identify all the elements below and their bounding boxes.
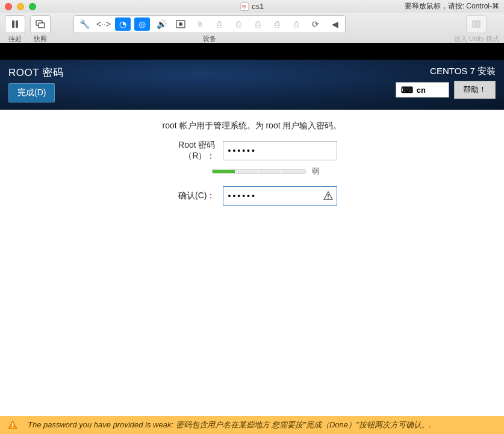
strength-segment: [282, 170, 305, 173]
release-mouse-hint: 要释放鼠标，请按: Control-⌘: [405, 1, 499, 11]
password-strength-bar: [212, 169, 306, 174]
strength-segment: [235, 170, 259, 173]
cd-icon[interactable]: ◎: [134, 17, 150, 31]
warning-icon: [7, 420, 18, 430]
snapshot-button[interactable]: [30, 15, 51, 33]
window-title-text: cs1: [252, 2, 264, 11]
strength-segment: [213, 170, 236, 173]
svg-point-5: [179, 22, 182, 26]
device-icons: 🔧 <··> ◔ ◎ 🔊 🖱 ⎙ ⎙ ⎙ ⎙ ⎙ ⟳ ◀: [73, 15, 346, 33]
password-label: Root 密码（R）：: [149, 140, 216, 162]
device-bar: 🔧 <··> ◔ ◎ 🔊 🖱 ⎙ ⎙ ⎙ ⎙ ⎙ ⟳ ◀ 设备: [73, 15, 346, 43]
warning-bar: The password you have provided is weak: …: [0, 416, 504, 434]
installer-subtitle: CENTOS 7 安装: [430, 66, 496, 77]
keyboard-layout-indicator[interactable]: ⌨ cn: [396, 82, 449, 98]
devices-label: 设备: [203, 34, 216, 43]
done-button[interactable]: 完成(D): [8, 83, 55, 102]
unity-button-group: 进入 Unity 模式: [454, 15, 499, 43]
confirm-row: 确认(C)：: [0, 186, 504, 206]
pause-button[interactable]: [5, 15, 25, 33]
snapshot-label: 快照: [34, 34, 47, 43]
sound-icon[interactable]: 🔊: [154, 17, 169, 31]
usb-icon-4[interactable]: ⎙: [269, 17, 285, 31]
keyboard-layout-text: cn: [417, 86, 426, 95]
confirm-password-input[interactable]: [223, 186, 337, 206]
warning-text: The password you have provided is weak: …: [28, 420, 431, 430]
usb-icon-2[interactable]: ⎙: [231, 17, 246, 31]
pause-button-group: 挂起: [5, 15, 25, 43]
maximize-window-button[interactable]: [29, 3, 36, 10]
password-strength-text: 弱: [312, 166, 328, 177]
pause-label: 挂起: [8, 34, 22, 43]
unity-button[interactable]: [466, 15, 487, 33]
svg-rect-8: [328, 194, 329, 197]
svg-rect-9: [328, 198, 329, 199]
snapshot-button-group: 快照: [30, 15, 51, 43]
strength-segment: [259, 170, 282, 173]
vm-icon: ◎: [240, 2, 249, 11]
warning-triangle-icon: [323, 190, 334, 201]
installer-header: ROOT 密码 完成(D) CENTOS 7 安装 ⌨ cn 帮助！: [0, 60, 504, 110]
mac-titlebar: ◎ cs1 要释放鼠标，请按: Control-⌘: [0, 0, 504, 13]
vmware-toolbar: 挂起 快照 🔧 <··> ◔ ◎ 🔊 🖱 ⎙ ⎙ ⎙ ⎙ ⎙ ⟳ ◀ 设备: [0, 13, 504, 43]
usb-icon-5[interactable]: ⎙: [288, 17, 304, 31]
refresh-icon[interactable]: ⟳: [308, 17, 323, 31]
confirm-label: 确认(C)：: [149, 190, 216, 201]
svg-rect-0: [12, 20, 14, 28]
installer-body: root 帐户用于管理系统。为 root 用户输入密码。 Root 密码（R）：…: [0, 110, 504, 423]
minimize-window-button[interactable]: [17, 3, 24, 10]
close-window-button[interactable]: [5, 3, 12, 10]
hard-disk-icon[interactable]: ◔: [115, 17, 131, 31]
svg-rect-7: [474, 22, 479, 26]
traffic-lights: [5, 3, 36, 10]
network-icon[interactable]: <··>: [96, 17, 111, 31]
svg-rect-1: [16, 20, 18, 28]
svg-rect-10: [12, 423, 13, 426]
unity-label: 进入 Unity 模式: [454, 34, 499, 43]
svg-rect-11: [12, 427, 13, 428]
strength-row: 弱: [35, 166, 504, 177]
usb-icon-3[interactable]: ⎙: [250, 17, 266, 31]
svg-rect-3: [39, 23, 45, 28]
vm-guest-border: [0, 43, 504, 60]
password-row: Root 密码（R）：: [0, 140, 504, 162]
keyboard-icon: ⌨: [401, 85, 413, 95]
page-title: ROOT 密码: [8, 66, 63, 80]
root-password-input[interactable]: [223, 141, 337, 160]
help-button[interactable]: 帮助！: [454, 81, 496, 99]
settings-icon[interactable]: 🔧: [76, 17, 92, 31]
collapse-icon[interactable]: ◀: [327, 17, 343, 31]
body-description: root 帐户用于管理系统。为 root 用户输入密码。: [0, 121, 504, 131]
window-title: ◎ cs1: [240, 2, 264, 11]
usb-icon-1[interactable]: ⎙: [211, 17, 227, 31]
camera-icon[interactable]: [173, 17, 188, 31]
mouse-icon[interactable]: 🖱: [192, 17, 208, 31]
